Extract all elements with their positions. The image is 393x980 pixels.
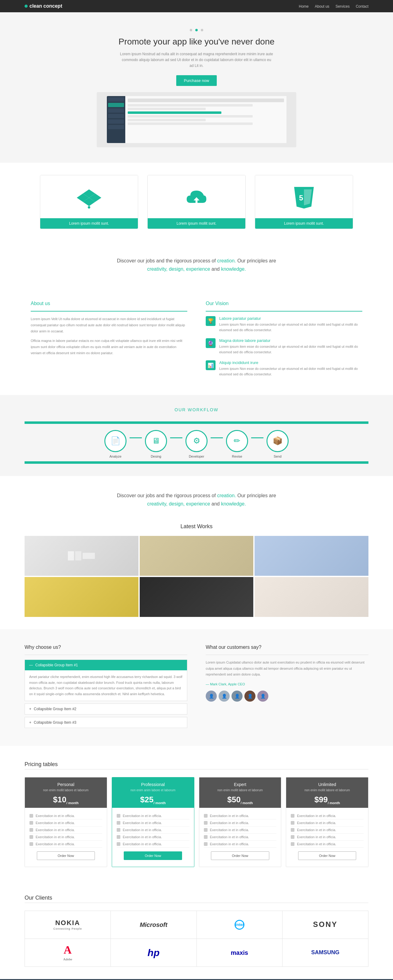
sidebar-item [108, 97, 124, 102]
latest-works-title: Latest Works [25, 523, 368, 530]
vision-title-1: Labore pariatur pariatur [219, 316, 362, 321]
accordion-plus-icon-2: + [29, 707, 31, 711]
pricing-name-personal: Personal [28, 782, 104, 787]
microsoft-logo: Microsoft [140, 921, 167, 928]
purchase-button[interactable]: Purchase now [176, 75, 217, 86]
pricing-name-unlimited: Unlimited [289, 782, 365, 787]
wf-circle-developer: ⚙ [185, 430, 208, 452]
pricing-body-professional: Exercitation in et in officia. Exercitat… [112, 808, 194, 867]
accordion-header-1[interactable]: — Collapsible Group Item #1 [25, 660, 187, 670]
feature-icon [204, 842, 208, 846]
why-choose: Why choose us? — Collapsible Group Item … [25, 644, 187, 730]
nav-services[interactable]: Services [336, 4, 350, 9]
hero-description: Lorem ipsum Nostrud ad nulla alit in con… [120, 51, 273, 69]
work-item-4[interactable] [25, 577, 138, 617]
adobe-logo: A Adobe [63, 943, 72, 962]
clients-section: Our Clients NOKIA Connecting People Micr… [0, 882, 393, 979]
dropbox-icon [77, 185, 101, 209]
vision-text-2: Magna dolore labore pariatur Lorem ipsum… [219, 338, 362, 355]
navbar-brand: clean concept [25, 3, 62, 9]
client-intel: intel [197, 911, 282, 939]
pricing-divider [25, 769, 368, 770]
testimonial-text: Lorem ipsum Cupidatat ullamco dolor aute… [206, 660, 368, 678]
pricing-card-personal: Personal non enim mollit labore et labor… [25, 777, 107, 867]
wf-circle-design: 🖥 [145, 430, 167, 452]
pricing-feature: Exercitation in et in officia. [29, 841, 102, 848]
accordion-header-3[interactable]: + Collapsible Group Item #3 [25, 717, 187, 728]
pricing-feature: Exercitation in et in officia. [204, 841, 277, 848]
client-maxis: maxis [197, 939, 282, 967]
tagline2-text3: and [212, 501, 220, 506]
feature-icon [204, 828, 208, 832]
wf-step-analyze: 📄 Analyze [104, 430, 126, 458]
feature-icon [117, 835, 120, 839]
feature-icon [291, 835, 294, 839]
workflow-section: OUR WORKFLOW 📄 Analyze 🖥 Desing ⚙ Develo… [0, 395, 393, 476]
accordion-item-3: + Collapsible Group Item #3 [25, 717, 187, 728]
screen-content [125, 96, 286, 143]
client-sony: SONY [282, 911, 368, 939]
work-item-6[interactable] [255, 577, 368, 617]
screen-row [128, 104, 253, 107]
tagline2-highlight2: creativity, design, experience [147, 501, 210, 506]
pricing-body-expert: Exercitation in et in officia. Exercitat… [199, 808, 281, 867]
accordion-header-2[interactable]: + Collapsible Group Item #2 [25, 704, 187, 714]
tagline2-highlight1: creation. [217, 493, 236, 498]
work-item-3[interactable] [255, 536, 368, 576]
brand-name: clean concept [29, 3, 62, 9]
vision-icon-2: 🔮 [206, 338, 216, 348]
work-item-2[interactable] [140, 536, 254, 576]
feature-icon [204, 821, 208, 825]
tagline-text2: Our principles are [237, 258, 276, 263]
feature-icon [29, 842, 33, 846]
nav-home[interactable]: Home [299, 4, 309, 9]
wf-line-3 [211, 438, 223, 438]
sidebar-item [108, 114, 124, 118]
pricing-feature: Exercitation in et in officia. [117, 834, 189, 841]
sidebar-item-active [108, 103, 124, 107]
brand-dot [25, 5, 28, 8]
order-now-expert[interactable]: Order Now [211, 851, 269, 860]
screen-row [128, 123, 253, 125]
order-now-unlimited[interactable]: Order Now [298, 851, 356, 860]
hero-section: Promote your app like you've never done … [0, 12, 393, 163]
hero-title: Promote your app like you've never done [6, 37, 387, 47]
tagline-section: Discover our jobs and the rigorous proce… [0, 241, 393, 288]
order-now-personal[interactable]: Order Now [37, 851, 95, 860]
clients-divider [25, 903, 368, 903]
pricing-feature: Exercitation in et in officia. [291, 813, 364, 819]
nav-about[interactable]: About us [315, 4, 329, 9]
wf-circle-revise: ✏ [226, 430, 248, 452]
wf-line-4 [251, 438, 263, 438]
wf-label-analyze: Analyze [109, 455, 121, 458]
accordion-label-2: Collapsible Group Item #2 [34, 707, 76, 711]
feature-icon [29, 835, 33, 839]
pricing-feature: Exercitation in et in officia. [291, 819, 364, 827]
wf-step-send: 📦 Send [267, 430, 289, 458]
client-adobe: A Adobe [25, 939, 111, 967]
pricing-feature: Exercitation in et in officia. [29, 819, 102, 827]
about-left: About us Lorem ipsum Velit Ut nulla dolo… [31, 301, 187, 383]
pricing-section: Pricing tables Personal non enim mollit … [0, 746, 393, 882]
nav-links: Home About us Services Contact [299, 4, 368, 9]
dot-2 [195, 29, 198, 31]
sony-logo: SONY [313, 920, 338, 929]
workflow-steps: 📄 Analyze 🖥 Desing ⚙ Developer ✏ Revise … [25, 424, 368, 461]
pricing-title: Pricing tables [25, 761, 368, 768]
pricing-feature: Exercitation in et in officia. [117, 813, 189, 819]
wf-step-design: 🖥 Desing [145, 430, 167, 458]
pricing-price-unlimited: $99/ month [289, 795, 365, 805]
svg-point-4 [88, 206, 90, 208]
pricing-feature: Exercitation in et in officia. [117, 819, 189, 827]
work-item-1[interactable] [25, 536, 138, 576]
svg-text:5: 5 [299, 194, 303, 202]
pricing-desc-personal: non enim mollit labore et laborum [28, 789, 104, 792]
nav-contact[interactable]: Contact [356, 4, 368, 9]
wf-line-2 [170, 438, 182, 438]
pricing-body-unlimited: Exercitation in et in officia. Exercitat… [286, 808, 368, 867]
pricing-grid: Personal non enim mollit labore et labor… [25, 777, 368, 867]
work-item-5[interactable] [140, 577, 254, 617]
features-section: Lorem ipsum mollit sunt. Lorem ipsum mol… [0, 163, 393, 241]
accordion-label-3: Collapsible Group Item #3 [34, 720, 76, 725]
order-now-professional[interactable]: Order Now [124, 851, 182, 860]
